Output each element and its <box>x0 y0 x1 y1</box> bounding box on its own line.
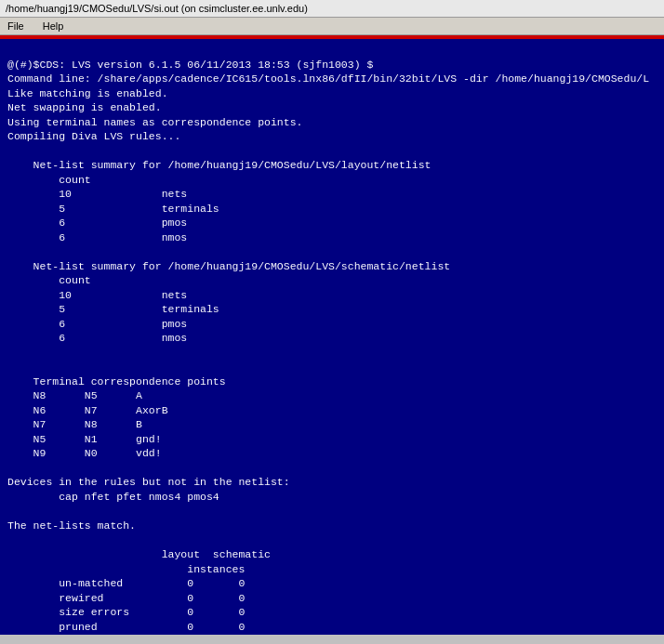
prompt-line: @(#)$CDS: LVS version 6.1.5 06/11/2013 1… <box>7 59 373 71</box>
title-bar: /home/huangj19/CMOSedu/LVS/si.out (on cs… <box>0 0 664 18</box>
menu-bar: File Help <box>0 18 664 35</box>
help-menu[interactable]: Help <box>39 20 68 33</box>
title-text: /home/huangj19/CMOSedu/LVS/si.out (on cs… <box>6 3 308 14</box>
terminal-content: Command line: /share/apps/cadence/IC615/… <box>7 72 649 635</box>
file-menu[interactable]: File <box>4 20 28 33</box>
terminal[interactable]: @(#)$CDS: LVS version 6.1.5 06/11/2013 1… <box>0 39 664 635</box>
